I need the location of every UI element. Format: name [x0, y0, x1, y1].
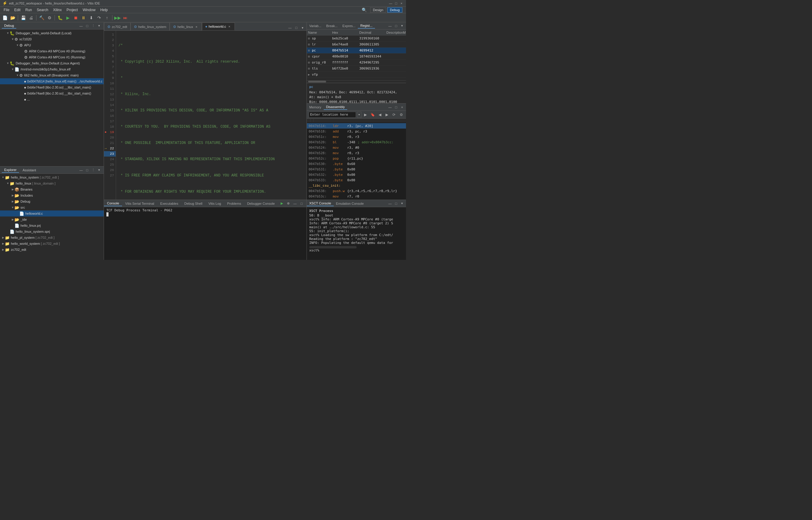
disasm-close-btn[interactable]: × [399, 104, 405, 110]
reg-row-sp[interactable]: ⊞ sp beb25ca0 3199360160 [307, 35, 406, 42]
xsct-maximize-btn[interactable]: □ [393, 201, 399, 206]
tree-hello-linux-prj[interactable]: 📄 hello_linux.prj [0, 223, 104, 229]
tree-item-core1[interactable]: ⚙ ARM Cortex-A9 MPCore #1 (Running) [0, 54, 104, 60]
search-global-button[interactable]: 🔍 [361, 6, 368, 14]
disasm-row-4[interactable]: 0047b524: mov r3, #0 [307, 145, 406, 150]
debug-maximize-btn[interactable]: □ [84, 23, 90, 29]
resume-btn[interactable]: ▶▶ [114, 14, 121, 21]
tree-item-debugger-hello-world[interactable]: ▼ 🐛 Debugger_hello_world-Default (Local) [0, 30, 104, 36]
tabs-menu-btn[interactable]: ▾ [300, 25, 305, 30]
disasm-minimize-btn[interactable]: — [387, 104, 393, 110]
reg-menu-btn[interactable]: ▾ [399, 23, 405, 29]
tree-hello-linux-system-sprj[interactable]: 📄 hello_linux_system.sprj [0, 229, 104, 235]
tree-zc702-edt[interactable]: ▶ 📁 zc702_edt [0, 246, 104, 253]
disasm-row-2[interactable]: 0047b51c: mov r0, r3 [307, 134, 406, 139]
tabs-maximize-btn[interactable]: □ [294, 25, 299, 30]
reg-row-pc[interactable]: ⊞ pc 0047b514 4699412 [307, 48, 406, 54]
tree-item-apu[interactable]: ▼ ⚙ APU [0, 42, 104, 48]
window-controls[interactable]: — □ × [389, 1, 403, 5]
tree-ide[interactable]: ▶ 📂 _ide [0, 216, 104, 223]
disasm-row-5[interactable]: 0047b528: mov r0, r3 [307, 150, 406, 156]
tree-item-debugger-linux[interactable]: ▼ 🐛 Debugger_hello_linux-Default (Linux … [0, 60, 104, 66]
menu-edit[interactable]: Edit [12, 7, 23, 12]
console-tab-problems[interactable]: Problems [224, 201, 244, 206]
menu-xilinx[interactable]: Xilinx [51, 7, 64, 12]
xsct-menu-btn[interactable]: ▾ [399, 201, 405, 206]
debug-view-menu-btn[interactable]: ▾ [96, 23, 102, 29]
disasm-next-btn[interactable]: ▶ [384, 112, 390, 118]
tree-item-stack-frame-2[interactable]: ■ 0xb6e74ae8 [libc-2.30.so] __libc_start… [0, 90, 104, 96]
tree-hello-linux[interactable]: ▼ 📁 hello_linux [ linux_domain ] [0, 180, 104, 186]
code-content[interactable]: /* * Copyright (c) 2012 Xilinx, Inc. All… [116, 31, 306, 200]
assistant-tab[interactable]: Assistant [20, 168, 39, 173]
disasm-settings-btn[interactable]: ⚙ [398, 112, 404, 118]
console-tab-console[interactable]: Console [104, 201, 122, 206]
tree-item-more[interactable]: ■ ... [0, 96, 104, 102]
tab-registers[interactable]: Regist... [358, 23, 375, 29]
tree-item-breakpoint-main[interactable]: ▼ ⚙ 662 hello_linux.elf (Breakpoint: mai… [0, 72, 104, 78]
disasm-row-6[interactable]: 0047b52c: pop {r11,pc} [307, 156, 406, 161]
menu-run[interactable]: Run [23, 7, 34, 12]
reg-row-vfp[interactable]: ▶ vfp [307, 72, 406, 78]
maximize-button[interactable]: □ [394, 1, 398, 5]
reg-row-lr[interactable]: ⊞ lr b6e74ae8 3068611305 [307, 42, 406, 48]
tab-breakpoints[interactable]: Break... [324, 24, 340, 28]
tabs-minimize-btn[interactable]: — [287, 25, 293, 30]
tree-item-core0[interactable]: ⚙ ARM Cortex-A9 MPCore #0 (Running) [0, 48, 104, 54]
new-btn[interactable]: 📄 [1, 14, 8, 21]
disasm-row-3[interactable]: 0047b520: bl -348 ; addr=0x0047b3cc: [307, 139, 406, 145]
disasm-row-7[interactable]: 0047b530: .byte 0x60 [307, 161, 406, 166]
location-input[interactable] [309, 112, 356, 118]
explorer-maximize-btn[interactable]: □ [84, 167, 90, 173]
tree-hello-linux-system[interactable]: ▼ 📁 hello_linux_system [ zc702_edt ] [0, 174, 104, 180]
reg-row-tls[interactable]: ⊞ tls b6f72be0 3069651936 [307, 66, 406, 72]
console-maximize-btn[interactable]: □ [299, 201, 304, 206]
explorer-minimize-btn[interactable]: — [78, 167, 84, 173]
step-into-btn[interactable]: ⬇ [88, 14, 95, 21]
reg-hscroll[interactable] [307, 80, 406, 83]
disasm-row-12[interactable]: 0047b53c: mov r7, r0 [307, 193, 406, 199]
design-perspective-btn[interactable]: Design [370, 7, 386, 12]
pause-btn[interactable]: ⏸ [80, 14, 87, 21]
debug-settings-btn[interactable]: ⋮ [91, 23, 96, 29]
build-all-btn[interactable]: ⚙ [46, 14, 53, 21]
explorer-settings-btn[interactable]: ⋮ [91, 167, 96, 173]
disasm-row-0[interactable]: 0047b514: ldr r3, [pc, #20] [307, 123, 406, 129]
console-tab-exec[interactable]: Executables [157, 201, 181, 206]
disasm-go-btn[interactable]: ▶ [363, 112, 369, 118]
menu-project[interactable]: Project [64, 7, 80, 12]
disasm-prev-btn[interactable]: ◀ [377, 112, 383, 118]
console-split-btn[interactable]: ⊕ [286, 201, 291, 206]
tab-hello-linux[interactable]: ⚙ hello_linux × [170, 23, 202, 30]
stop-btn[interactable]: ⏹ [72, 14, 79, 21]
tree-binaries[interactable]: ▶ 📦 Binaries [0, 186, 104, 192]
step-return-btn[interactable]: ↑ [103, 14, 110, 21]
tree-item-elf-file[interactable]: ▼ 📄 /mnt/sd-mmcblk0p1/hello_linux.elf [0, 66, 104, 72]
console-tab-serial[interactable]: Vitis Serial Terminal [122, 201, 157, 206]
debug-btn[interactable]: 🐛 [56, 14, 64, 21]
tree-item-xc7z020[interactable]: ▼ ⚙ xc7z020 [0, 36, 104, 42]
minimize-button[interactable]: — [389, 1, 393, 5]
terminate-btn[interactable]: ⏭ [122, 14, 129, 21]
debug-perspective-btn[interactable]: Debug [387, 7, 402, 12]
explorer-view-menu-btn[interactable]: ▾ [96, 167, 102, 173]
tree-src[interactable]: ▼ 📂 src [0, 204, 104, 210]
debug-tab[interactable]: Debug [2, 23, 16, 29]
tab-hw-close[interactable]: × [227, 24, 231, 29]
console-tab-debugger[interactable]: Debugger Console [244, 201, 278, 206]
tree-item-stack-frame-1[interactable]: ■ 0xb6e74ae8 [libc-2.30.so] __libc_start… [0, 84, 104, 90]
tab-disassembly[interactable]: Disassembly [324, 104, 347, 110]
tab-xsct-console[interactable]: XSCT Console [307, 201, 334, 206]
tree-debug[interactable]: ▶ 📂 Debug [0, 199, 104, 204]
disasm-row-9[interactable]: 0047b532: .byte 0x00 [307, 172, 406, 177]
menu-file[interactable]: File [1, 7, 12, 12]
console-tab-debug-shell[interactable]: Debug Shell [181, 201, 205, 206]
console-minimize-btn[interactable]: — [292, 201, 298, 206]
tab-variables[interactable]: Variab... [307, 24, 324, 28]
reg-minimize-btn[interactable]: — [387, 23, 393, 29]
debug-minimize-btn[interactable]: — [78, 23, 84, 29]
tree-includes[interactable]: ▶ 📂 Includes [0, 192, 104, 199]
tab-hl-close[interactable]: × [194, 25, 199, 29]
menu-search[interactable]: Search [34, 7, 51, 12]
step-over-btn[interactable]: ↷ [96, 14, 103, 21]
